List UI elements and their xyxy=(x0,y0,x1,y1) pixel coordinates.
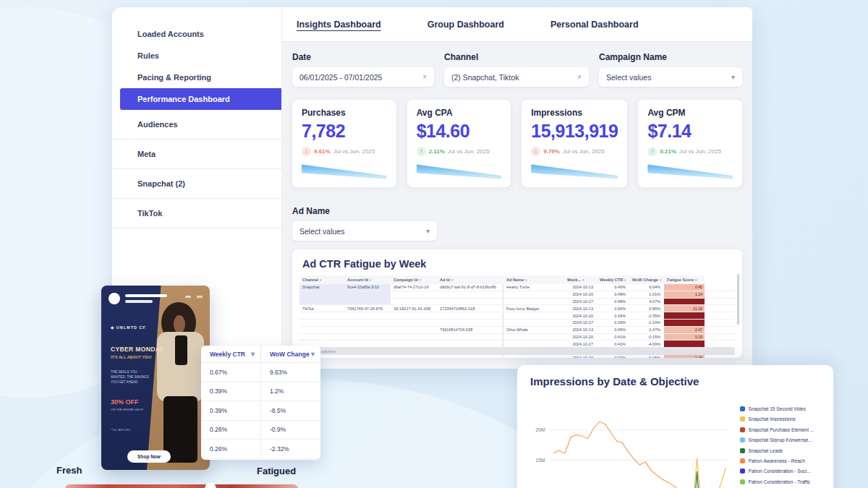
cell-fatigue-score: 0.19 xyxy=(664,334,705,341)
kpi-sparkline xyxy=(647,163,733,180)
ad-offer: 30% OFF xyxy=(111,398,139,406)
delta-percent: 0.21% xyxy=(660,148,676,155)
fatigue-table-card: Ad CTR Fatigue by Week Channel▾Account I… xyxy=(292,249,742,358)
ad-name-select[interactable]: Select values ▾ xyxy=(292,221,437,241)
mini-column-header[interactable]: Weekly CTR▾ xyxy=(201,346,260,362)
channel-filter: Channel (2) Snapchat, Tiktok × xyxy=(444,52,589,87)
kpi-delta-row: ↑ 2.11% Jul vs Jun, 2025 xyxy=(417,147,502,156)
dashboard-tab[interactable]: Insights Dashboard xyxy=(297,20,381,30)
legend-item[interactable]: Snapchat 15 Second Video xyxy=(740,406,821,411)
kpi-title: Purchases xyxy=(302,108,387,118)
cell-fatigue-score: 1.48 xyxy=(664,355,705,358)
cell-channel xyxy=(299,299,344,305)
cell-channel xyxy=(299,327,344,333)
cell-week: 2024-10-27 xyxy=(564,341,597,347)
column-header-label: Account Id xyxy=(347,278,368,282)
legend-item[interactable]: Snapchat Impressions xyxy=(740,416,821,421)
column-header-label: Channel xyxy=(302,278,318,282)
kpi-sparkline xyxy=(531,163,618,180)
clear-channel-icon[interactable]: × xyxy=(577,74,582,81)
cell-weekly-ctr: 0.41% xyxy=(597,341,629,347)
legend-item[interactable]: Patron Awareness - Reach xyxy=(740,458,821,463)
kpi-delta-row: ↓ 9.61% Jul vs Jun, 2025 xyxy=(302,147,387,156)
cell-weekly-ctr: 0.39% xyxy=(597,312,629,319)
sidebar-item-label: Performance Dashboard xyxy=(137,95,230,103)
sidebar-item-label: TikTok xyxy=(137,209,162,218)
legend-item[interactable]: Snapchat Leads xyxy=(740,448,821,453)
column-header[interactable]: Account Id▾ xyxy=(344,275,391,284)
cell-ad-name xyxy=(503,291,564,298)
sidebar-item[interactable]: Audiences xyxy=(112,110,281,140)
cell-weekly-ctr: 0.39% xyxy=(597,320,629,326)
sidebar-item[interactable]: Rules xyxy=(112,45,281,67)
dashboard-tab[interactable]: Personal Dashboard xyxy=(550,20,639,30)
cell-channel xyxy=(299,320,344,326)
table-row: TikTok 7361746-47-29-876 18-18217-91-41-… xyxy=(299,305,735,312)
cell-week: 2024-10-27 xyxy=(564,299,597,305)
cell-wow-change: 0.96% xyxy=(629,305,664,312)
kpi-value: $14.60 xyxy=(417,121,502,142)
legend-color-swatch xyxy=(740,416,745,421)
delta-arrow-icon: ↓ xyxy=(302,147,311,156)
sidebar-item[interactable]: Performance Dashboard xyxy=(120,88,281,110)
sidebar-item[interactable]: Meta xyxy=(112,140,281,169)
cell-campaign-id xyxy=(391,355,437,358)
date-range-input[interactable]: 06/01/2025 - 07/01/2025 × xyxy=(292,67,434,87)
chevron-down-icon: ▾ xyxy=(311,351,315,358)
sidebar-item[interactable]: TikTok xyxy=(112,199,281,228)
column-header[interactable]: Ad Name▾ xyxy=(503,275,564,284)
column-header[interactable]: Fatigue Score▾ xyxy=(664,275,705,284)
table-row: 2024-10-20 0.39% -2.35% xyxy=(299,312,735,320)
sidebar-item[interactable]: Loaded Accounts xyxy=(112,23,281,45)
delta-percent: 9.79% xyxy=(543,148,560,155)
column-header[interactable]: WoW Change▾ xyxy=(629,275,664,284)
cell-fatigue-score: 1.14 xyxy=(664,291,705,298)
column-header[interactable]: Campaign Id▾ xyxy=(391,275,437,284)
mini-cell-ctr: 0.39% xyxy=(201,382,260,401)
cell-week: 2024-10-13 xyxy=(564,327,597,333)
dashboard-tab[interactable]: Group Dashboard xyxy=(427,20,504,30)
cell-wow-change: 4.07% xyxy=(629,299,664,305)
cell-campaign-id: 18-18217-91-41-438 xyxy=(391,305,437,312)
campaign-select[interactable]: Select values ▾ xyxy=(599,67,742,87)
cell-weekly-ctr: 0.56% xyxy=(597,305,629,312)
chevron-down-icon: ▾ xyxy=(731,74,735,81)
chevron-down-icon: ▾ xyxy=(426,228,430,235)
column-header[interactable]: Weekly CTR▾ xyxy=(597,275,629,284)
shop-now-button[interactable]: Shop Now xyxy=(127,450,171,463)
column-header[interactable]: Channel▾ xyxy=(299,275,344,284)
column-header[interactable]: Ad Id▾ xyxy=(437,275,503,284)
brand-logo: ◆ UNLMTD CF xyxy=(111,325,146,330)
cell-ad-name xyxy=(503,341,564,347)
column-header-label: Ad Name xyxy=(506,278,524,282)
legend-color-swatch xyxy=(740,427,745,432)
campaign-filter-label: Campaign Name xyxy=(599,52,742,62)
delta-percent: 2.11% xyxy=(429,148,445,155)
table-footer: Rows: 8 columns xyxy=(299,347,735,355)
share-icon[interactable] xyxy=(185,296,191,298)
cell-account-id xyxy=(344,355,391,358)
svg-text:20M: 20M xyxy=(536,427,545,432)
legend-label: Patron Consideration - Traffic xyxy=(749,479,811,484)
column-header-label: Campaign Id xyxy=(393,278,418,282)
legend-item[interactable]: Patron Consideration - Traffic xyxy=(740,479,821,484)
channel-select[interactable]: (2) Snapchat, Tiktok × xyxy=(444,67,589,87)
sidebar-item[interactable]: Pacing & Reporting xyxy=(112,67,281,88)
legend-item[interactable]: Snapchat Signup Konwersje... xyxy=(740,437,821,442)
cell-fatigue-score xyxy=(664,341,705,347)
more-icon[interactable] xyxy=(197,296,203,298)
table-scrollbar[interactable] xyxy=(737,274,739,325)
chart-legend: Snapchat 15 Second Video Snapchat Impres… xyxy=(740,390,821,488)
legend-item[interactable]: Snapchat Purchase Element ... xyxy=(740,427,821,432)
cell-weekly-ctr: 0.37% xyxy=(597,355,629,358)
column-header[interactable]: Week...▾ xyxy=(564,275,597,284)
cell-account-id xyxy=(344,291,391,298)
mini-column-header[interactable]: WoW Change▾ xyxy=(260,346,320,362)
sidebar-item[interactable]: Snapchat (2) xyxy=(112,169,281,199)
clear-date-icon[interactable]: × xyxy=(422,74,427,81)
sidebar-item-label: Audiences xyxy=(137,120,178,129)
legend-item[interactable]: Patron Consideration - Soci... xyxy=(740,468,821,474)
cell-ad-id xyxy=(437,341,503,347)
legend-color-swatch xyxy=(740,458,745,463)
mini-table-row: 0.39% -8.5% xyxy=(201,401,320,421)
